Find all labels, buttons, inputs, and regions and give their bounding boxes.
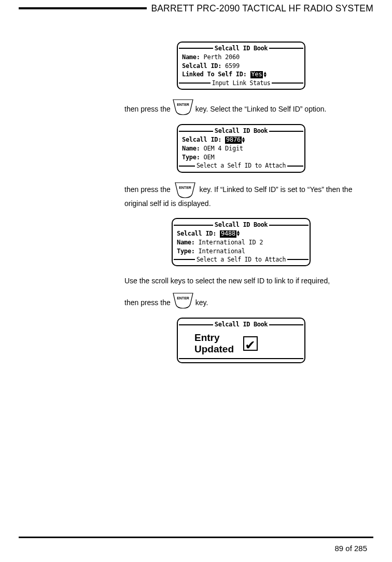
lcd-title: Selcall ID Book xyxy=(213,127,269,135)
lcd-footer-row: Input Link Status xyxy=(179,79,303,87)
lcd-row-selcall-id: Selcall ID: 9876▲▼ xyxy=(179,135,303,144)
checkmark-icon xyxy=(243,336,258,351)
lcd-row-selcall-id: Selcall ID: 6599 xyxy=(179,62,303,71)
lcd-title-row: Selcall ID Book xyxy=(179,44,303,53)
footer-rule xyxy=(19,537,373,538)
lcd-footer: Input Link Status xyxy=(211,79,272,87)
selcall-id-highlight: 9488 xyxy=(220,230,236,238)
lcd-row-type: Type: International xyxy=(174,247,309,256)
lcd-row-name: Name: Perth 2060 xyxy=(179,53,303,62)
spin-icon: ▲▼ xyxy=(242,137,245,143)
selcall-id-highlight: 9876 xyxy=(225,136,242,144)
entry-text: Entry xyxy=(194,332,234,344)
lcd-screen-1: Selcall ID Book Name: Perth 2060 Selcall… xyxy=(177,42,305,90)
lcd-row-linked: Linked To Self ID: Yes▲▼ xyxy=(179,70,303,79)
lcd-title: Selcall ID Book xyxy=(213,221,269,229)
paragraph-4: then press the ENTER key. xyxy=(124,293,358,309)
enter-key-icon: ENTER xyxy=(175,182,195,199)
enter-key-icon: ENTER xyxy=(173,99,193,116)
lcd-screen-2: Selcall ID Book Selcall ID: 9876▲▼ Name:… xyxy=(177,124,305,172)
updated-text: Updated xyxy=(194,344,234,355)
lcd-screen-3: Selcall ID Book Selcall ID: 9488▲▼ Name:… xyxy=(172,218,311,266)
lcd-footer: Select a Self ID to Attach xyxy=(195,161,287,170)
linked-value-highlight: Yes xyxy=(250,71,263,78)
svg-text:ENTER: ENTER xyxy=(179,186,191,189)
lcd-title: Selcall ID Book xyxy=(213,320,269,329)
header-title: BARRETT PRC-2090 TACTICAL HF RADIO SYSTE… xyxy=(147,3,373,14)
lcd-footer: Select a Self ID to Attach xyxy=(195,255,287,264)
spin-icon: ▲▼ xyxy=(263,72,266,78)
content-column: Selcall ID Book Name: Perth 2060 Selcall… xyxy=(124,42,358,373)
paragraph-2: then press the ENTER key. If “Linked to … xyxy=(124,182,358,209)
lcd-row-selcall-id: Selcall ID: 9488▲▼ xyxy=(174,229,309,238)
page-number: 89 of 285 xyxy=(334,544,367,553)
svg-text:ENTER: ENTER xyxy=(177,103,189,106)
lcd-screen-4: Selcall ID Book Entry Updated xyxy=(177,318,305,363)
lcd-row-name: Name: OEM 4 Digit xyxy=(179,144,303,153)
lcd-row-name: Name: International ID 2 xyxy=(174,238,309,247)
spin-icon: ▲▼ xyxy=(237,230,240,237)
svg-text:ENTER: ENTER xyxy=(177,296,189,300)
paragraph-3: Use the scroll keys to select the new se… xyxy=(124,276,358,286)
enter-key-icon: ENTER xyxy=(173,293,193,309)
lcd-title: Selcall ID Book xyxy=(213,44,269,53)
page: BARRETT PRC-2090 TACTICAL HF RADIO SYSTE… xyxy=(0,0,392,562)
lcd-entry-updated: Entry Updated xyxy=(179,329,303,358)
paragraph-1: then press the ENTER key. Select the “Li… xyxy=(124,99,358,116)
lcd-row-type: Type: OEM xyxy=(179,153,303,162)
